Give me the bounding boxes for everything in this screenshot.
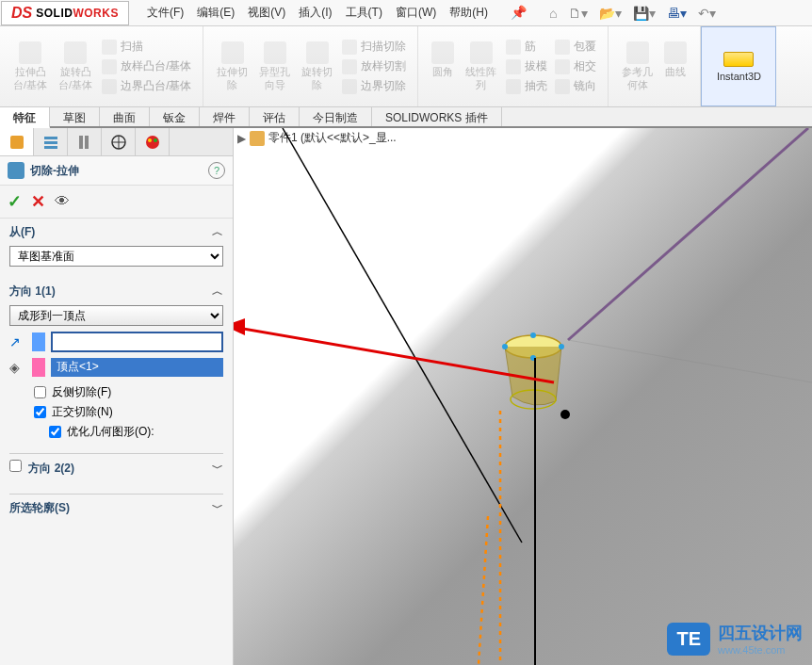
panel-tab-appearance[interactable] xyxy=(136,128,170,155)
tab-evaluate[interactable]: 评估 xyxy=(250,107,300,126)
loft-boss-button[interactable]: 放样凸台/基体 xyxy=(102,58,191,74)
fillet-button[interactable]: 圆角 xyxy=(426,38,460,94)
from-section-header[interactable]: 从(F) ︿ xyxy=(9,224,223,240)
menu-edit[interactable]: 编辑(E) xyxy=(197,5,235,21)
menu-view[interactable]: 视图(V) xyxy=(248,5,285,21)
svg-point-17 xyxy=(502,344,508,349)
hole-wizard-button[interactable]: 异型孔 向导 xyxy=(253,38,296,94)
curves-button[interactable]: 曲线 xyxy=(658,38,692,94)
vertex-color-icon xyxy=(32,358,45,377)
menu-help[interactable]: 帮助(H) xyxy=(449,5,488,21)
shell-button[interactable]: 抽壳 xyxy=(506,78,547,94)
svg-marker-26 xyxy=(234,318,245,335)
tab-plugins[interactable]: SOLIDWORKS 插件 xyxy=(372,107,502,126)
logo-ds: DS xyxy=(11,5,32,22)
menu-insert[interactable]: 插入(I) xyxy=(299,5,332,21)
menu-file[interactable]: 文件(F) xyxy=(147,5,184,21)
preview-button[interactable]: 👁 xyxy=(55,193,70,210)
sweep-cut-button[interactable]: 扫描切除 xyxy=(342,39,406,55)
tab-surface[interactable]: 曲面 xyxy=(100,107,150,126)
svg-rect-3 xyxy=(44,146,57,149)
normal-cut-checkbox[interactable] xyxy=(34,406,46,418)
ref-geom-button[interactable]: 参考几 何体 xyxy=(616,38,658,94)
tab-today[interactable]: 今日制造 xyxy=(300,107,372,126)
boundary-boss-button[interactable]: 边界凸台/基体 xyxy=(102,78,191,94)
svg-rect-0 xyxy=(10,136,24,149)
vertex-selection[interactable]: 顶点<1> xyxy=(51,358,223,377)
direction-input[interactable] xyxy=(51,332,223,352)
direction2-section-header[interactable]: 方向 2(2) ﹀ xyxy=(9,453,223,477)
undo-icon[interactable]: ↶▾ xyxy=(694,4,720,23)
svg-point-9 xyxy=(146,136,159,149)
panel-tab-config[interactable] xyxy=(34,128,68,155)
chevron-up-icon: ︿ xyxy=(212,284,223,300)
reverse-cut-checkbox[interactable] xyxy=(34,386,46,398)
optimize-geom-label: 优化几何图形(O): xyxy=(67,424,154,440)
revolve-boss-button[interactable]: 旋转凸 台/基体 xyxy=(53,38,98,94)
draft-button[interactable]: 拔模 xyxy=(506,58,547,74)
ok-button[interactable]: ✓ xyxy=(8,191,22,212)
panel-tabs xyxy=(0,128,233,156)
reverse-cut-label: 反侧切除(F) xyxy=(52,384,111,400)
end-condition-select[interactable]: 成形到一顶点 xyxy=(9,305,223,326)
extrude-boss-button[interactable]: 拉伸凸 台/基体 xyxy=(8,38,53,94)
loft-cut-button[interactable]: 放样切割 xyxy=(342,58,406,74)
home-icon[interactable]: ⌂ xyxy=(545,4,560,23)
open-icon[interactable]: 📂▾ xyxy=(595,4,625,23)
tab-sheetmetal[interactable]: 钣金 xyxy=(150,107,200,126)
direction2-checkbox[interactable] xyxy=(9,460,22,472)
panel-tab-display[interactable] xyxy=(68,128,102,155)
svg-point-10 xyxy=(148,138,152,142)
extrude-cut-button[interactable]: 拉伸切 除 xyxy=(211,38,253,94)
intersect-button[interactable]: 相交 xyxy=(555,58,596,74)
logo-text: SOLIDWORKS xyxy=(36,6,119,20)
svg-point-19 xyxy=(530,332,536,338)
menu-tools[interactable]: 工具(T) xyxy=(346,5,382,21)
svg-line-24 xyxy=(479,516,488,665)
print-icon[interactable]: 🖶▾ xyxy=(663,4,690,23)
boundary-cut-button[interactable]: 边界切除 xyxy=(342,78,406,94)
panel-tab-feature[interactable] xyxy=(0,128,34,155)
watermark-logo: TE xyxy=(667,623,710,656)
svg-line-13 xyxy=(568,128,808,340)
tab-weldment[interactable]: 焊件 xyxy=(200,107,250,126)
svg-rect-4 xyxy=(79,136,83,149)
panel-tab-dimxpert[interactable] xyxy=(102,128,136,155)
chevron-up-icon: ︿ xyxy=(212,224,223,240)
tab-feature[interactable]: 特征 xyxy=(0,107,50,128)
menu-window[interactable]: 窗口(W) xyxy=(396,5,436,21)
watermark: TE 四五设计网 www.45te.com xyxy=(667,622,803,656)
new-icon[interactable]: 🗋▾ xyxy=(564,4,592,23)
vertex-icon: ◈ xyxy=(9,360,26,375)
pin-icon[interactable]: 📌 xyxy=(511,5,527,21)
help-button[interactable]: ? xyxy=(208,162,225,179)
save-icon[interactable]: 💾▾ xyxy=(629,4,659,23)
property-manager: 切除-拉伸 ? ✓ ✕ 👁 从(F) ︿ 草图基准面 方向 1(1) ︿ xyxy=(0,128,234,665)
mirror-button[interactable]: 镜向 xyxy=(555,78,596,94)
cancel-button[interactable]: ✕ xyxy=(31,191,45,212)
direction1-section-header[interactable]: 方向 1(1) ︿ xyxy=(9,284,223,300)
optimize-geom-checkbox[interactable] xyxy=(49,426,61,438)
ribbon: 拉伸凸 台/基体 旋转凸 台/基体 扫描 放样凸台/基体 边界凸台/基体 拉伸切… xyxy=(0,26,812,107)
rib-button[interactable]: 筋 xyxy=(506,39,547,55)
instant3d-button[interactable]: Instant3D xyxy=(701,26,776,106)
linear-pattern-button[interactable]: 线性阵 列 xyxy=(460,38,502,94)
sweep-button[interactable]: 扫描 xyxy=(102,39,191,55)
svg-rect-1 xyxy=(44,137,57,139)
from-select[interactable]: 草图基准面 xyxy=(9,246,223,267)
tab-sketch[interactable]: 草图 xyxy=(50,107,100,126)
cut-extrude-icon xyxy=(8,162,24,179)
chevron-down-icon: ﹀ xyxy=(212,500,223,516)
reverse-direction-icon[interactable]: ↗ xyxy=(9,334,26,349)
3d-viewport[interactable]: ▶ 零件1 (默认<<默认>_显... xyxy=(234,128,812,665)
svg-point-18 xyxy=(559,344,564,349)
selected-profile-header[interactable]: 所选轮廓(S) ﹀ xyxy=(9,494,223,516)
feature-title: 切除-拉伸 xyxy=(30,163,208,179)
wrap-button[interactable]: 包覆 xyxy=(555,39,596,55)
command-tabs: 特征 草图 曲面 钣金 焊件 评估 今日制造 SOLIDWORKS 插件 xyxy=(0,107,812,128)
svg-point-11 xyxy=(154,138,157,142)
chevron-down-icon: ﹀ xyxy=(212,461,223,477)
menu-bar: DS SOLIDWORKS 文件(F) 编辑(E) 视图(V) 插入(I) 工具… xyxy=(0,0,812,26)
normal-cut-label: 正交切除(N) xyxy=(52,404,113,420)
revolve-cut-button[interactable]: 旋转切 除 xyxy=(296,38,338,94)
